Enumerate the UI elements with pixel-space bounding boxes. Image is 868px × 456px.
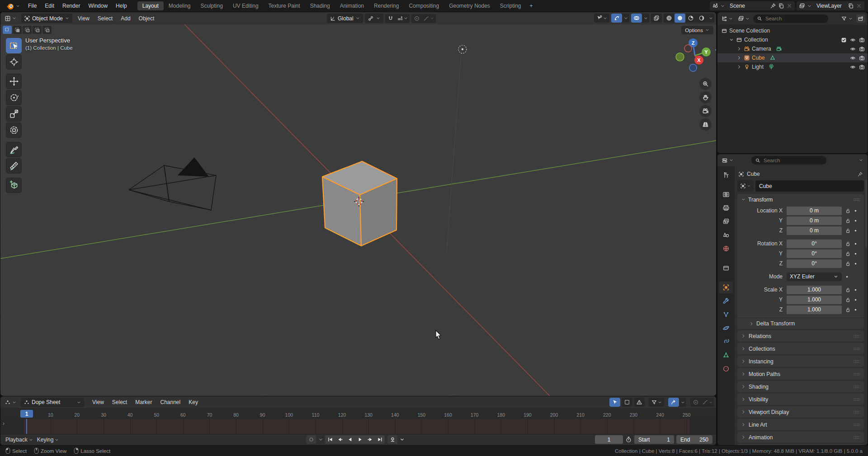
zoom-view-button[interactable] [699, 78, 712, 90]
view-layer-selector[interactable]: ViewLayer [797, 1, 864, 10]
drag-handle-icon[interactable] [853, 422, 860, 428]
only-selected-toggle[interactable] [609, 398, 620, 407]
panel-visibility[interactable]: Visibility [737, 394, 864, 405]
lock-open-icon[interactable] [845, 297, 851, 303]
workspace-tab-layout[interactable]: Layout [137, 1, 164, 10]
tool-measure-button[interactable] [6, 158, 22, 174]
lock-open-icon[interactable] [845, 241, 851, 247]
camera-view-button[interactable] [699, 105, 712, 117]
snap-settings-dropdown[interactable] [396, 14, 410, 23]
lock-open-icon[interactable] [845, 261, 851, 267]
close-icon[interactable] [786, 3, 793, 9]
properties-tab-constraints[interactable] [719, 336, 733, 348]
stopwatch-icon[interactable] [625, 436, 632, 443]
outliner-search[interactable] [753, 14, 828, 23]
menu-file[interactable]: File [24, 2, 41, 10]
menu-help[interactable]: Help [112, 2, 131, 10]
shading-material-button[interactable] [685, 14, 696, 23]
tool-rotate-button[interactable] [6, 90, 22, 105]
tool-3d-cursor-button[interactable] [6, 54, 22, 70]
pivot-point-dropdown[interactable] [365, 14, 383, 23]
record-button[interactable] [306, 435, 316, 444]
proportional-edit-toggle[interactable] [411, 14, 422, 23]
duplicate-icon[interactable] [778, 3, 784, 9]
drag-handle-icon[interactable] [853, 384, 860, 390]
properties-options-button[interactable] [857, 157, 865, 164]
panel-instancing[interactable]: Instancing [737, 356, 864, 367]
properties-tab-render[interactable] [719, 188, 733, 200]
proportional-falloff-dropdown[interactable] [701, 398, 714, 407]
overlays-toggle[interactable] [631, 14, 642, 23]
transform-value-field[interactable]: 0° [787, 249, 842, 258]
lock-open-icon[interactable] [845, 307, 851, 313]
tool-scale-button[interactable] [6, 106, 22, 122]
panel-motion-paths[interactable]: Motion Paths [737, 368, 864, 380]
workspace-tab-compositing[interactable]: Compositing [404, 1, 444, 10]
object-name-field[interactable] [755, 180, 864, 192]
animate-dot-icon[interactable] [854, 229, 858, 233]
transform-value-field[interactable]: 0° [787, 259, 842, 268]
scene-selector[interactable]: Scene [710, 1, 795, 10]
cube-object[interactable] [322, 161, 397, 246]
properties-tab-material[interactable] [719, 363, 733, 375]
shading-wireframe-button[interactable] [664, 14, 675, 23]
drag-handle-icon[interactable] [853, 346, 860, 352]
workspace-tab-scripting[interactable]: Scripting [495, 1, 526, 10]
mode-dropdown[interactable]: Object Mode [21, 14, 72, 23]
select-mode-intersect[interactable] [42, 26, 52, 34]
timeline-keyframe-area[interactable]: › [0, 419, 716, 434]
gizmos-dropdown[interactable] [622, 14, 629, 23]
render-visibility-icon[interactable] [859, 37, 865, 43]
properties-tab-object[interactable] [719, 282, 733, 293]
lock-open-icon[interactable] [845, 287, 851, 293]
snap-keys-dropdown[interactable] [679, 398, 686, 407]
filter-dropdown[interactable] [649, 398, 664, 407]
properties-editor-type-button[interactable] [720, 156, 735, 165]
transform-value-field[interactable]: 0 m [787, 226, 842, 235]
eye-visibility-icon[interactable] [850, 55, 856, 61]
viewport-menu-object[interactable]: Object [135, 14, 159, 23]
new-collection-button[interactable] [856, 14, 865, 23]
workspace-tab-shading[interactable]: Shading [305, 1, 335, 10]
workspace-tab-geometry-nodes[interactable]: Geometry Nodes [444, 1, 495, 10]
eye-visibility-icon[interactable] [850, 37, 856, 43]
tool-add-cube-button[interactable] [6, 178, 22, 193]
transform-value-field[interactable]: 1.000 [787, 296, 842, 304]
previous-keyframe-button[interactable] [335, 435, 345, 444]
delta-transform-panel[interactable]: Delta Transform [737, 318, 864, 329]
properties-tab-modifiers[interactable] [719, 295, 733, 307]
pin-icon[interactable] [770, 3, 776, 9]
gizmos-toggle[interactable] [611, 14, 622, 23]
dope-sheet-editor-type-button[interactable] [3, 398, 18, 406]
panel-collections[interactable]: Collections [737, 343, 864, 354]
animate-dot-icon[interactable] [854, 298, 858, 302]
properties-tab-view-layer[interactable] [719, 216, 733, 227]
menu-window[interactable]: Window [84, 2, 112, 10]
current-frame-field[interactable]: 1 [595, 435, 623, 444]
pin-icon[interactable] [857, 171, 863, 177]
playhead-line[interactable] [26, 419, 27, 434]
add-workspace-button[interactable]: + [526, 2, 537, 10]
animate-dot-icon[interactable] [854, 242, 858, 246]
properties-tab-physics[interactable] [719, 322, 733, 334]
select-mode-invert[interactable] [33, 26, 42, 34]
transform-value-field[interactable]: 0 m [787, 216, 842, 225]
region-collapse-arrow[interactable]: ‹ [715, 46, 716, 53]
dope-sheet-menu-select[interactable]: Select [108, 398, 131, 406]
animate-dot-icon[interactable] [854, 288, 858, 292]
shading-dropdown[interactable] [707, 14, 714, 23]
outliner-row-cube[interactable]: Cube [717, 53, 868, 62]
gizmo-minus-z-axis[interactable] [689, 64, 697, 71]
start-frame-field[interactable]: Start 1 [634, 435, 674, 444]
shading-rendered-button[interactable] [696, 14, 707, 23]
play-button[interactable] [355, 435, 365, 444]
lock-open-icon[interactable] [845, 208, 851, 214]
viewport-menu-select[interactable]: Select [94, 14, 117, 23]
options-button[interactable]: Options [681, 26, 713, 34]
properties-search[interactable] [751, 156, 826, 165]
play-reverse-button[interactable] [345, 435, 355, 444]
animate-dot-icon[interactable] [845, 275, 849, 279]
properties-tab-collection[interactable] [719, 262, 733, 274]
light-object[interactable] [458, 45, 467, 53]
lock-open-icon[interactable] [845, 218, 851, 224]
